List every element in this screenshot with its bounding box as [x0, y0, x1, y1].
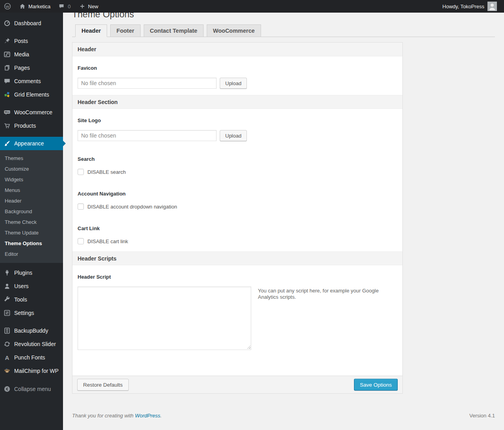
- sidebar-item-label: WooCommerce: [14, 109, 52, 115]
- sidebar-subitem-theme-check[interactable]: Theme Check: [0, 217, 63, 227]
- sidebar-item-label: Products: [14, 123, 36, 129]
- new-label: New: [88, 4, 98, 9]
- sidebar-subitem-theme-update[interactable]: Theme Update: [0, 227, 63, 238]
- sidebar-item-label: Settings: [14, 310, 34, 316]
- favicon-label: Favicon: [78, 65, 397, 71]
- header-script-label: Header Script: [78, 274, 397, 280]
- favicon-upload-button[interactable]: Upload: [220, 78, 247, 89]
- section-header-scripts: Header Scripts: [72, 251, 402, 265]
- header-script-field: Header Script You can put any script her…: [72, 265, 402, 376]
- svg-text:W: W: [6, 4, 9, 9]
- sidebar-item-grid-elements[interactable]: Grid Elements: [0, 88, 63, 101]
- version-label: Version 4.1: [469, 413, 495, 419]
- sidebar-item-users[interactable]: Users: [0, 279, 63, 293]
- tab-header[interactable]: Header: [75, 24, 107, 37]
- woocommerce-icon: Woo: [3, 108, 11, 116]
- sidebar-item-media[interactable]: Media: [0, 48, 63, 61]
- collapse-menu-button[interactable]: Collapse menu: [0, 382, 63, 396]
- section-header-section: Header Section: [72, 95, 402, 109]
- adminbar-new-menu[interactable]: New: [75, 0, 102, 13]
- disable-cart-link-checkbox[interactable]: [78, 238, 84, 244]
- dashboard-icon: [3, 19, 11, 27]
- account-navigation-field: Account Navigation DISABLE account dropd…: [72, 182, 402, 217]
- save-options-button[interactable]: Save Options: [354, 379, 398, 391]
- site-name-label: Marketica: [28, 4, 50, 9]
- adminbar-my-account[interactable]: Howdy, TokoPress: [439, 0, 501, 13]
- site-logo-file-input[interactable]: [78, 130, 217, 141]
- sidebar-subitem-themes[interactable]: Themes: [0, 153, 63, 164]
- disable-account-nav-checkbox[interactable]: [78, 203, 84, 210]
- adminbar-comments[interactable]: 0: [54, 0, 74, 13]
- footer-thanks-period: .: [160, 413, 162, 419]
- cart-link-field: Cart Link DISABLE cart link: [72, 217, 402, 251]
- sidebar-item-comments[interactable]: Comments: [0, 74, 63, 88]
- sidebar-item-dashboard[interactable]: Dashboard: [0, 17, 63, 30]
- admin-bar: W Marketica 0 New Howdy, TokoPress: [0, 0, 504, 13]
- wordpress-logo-menu[interactable]: W: [0, 0, 15, 13]
- svg-text:Woo: Woo: [5, 111, 9, 113]
- sidebar-item-label: Revolution Slider: [14, 341, 56, 347]
- sidebar-item-pages[interactable]: Pages: [0, 61, 63, 74]
- letter-a-icon: A: [3, 354, 11, 361]
- disable-search-checkbox[interactable]: [78, 169, 84, 175]
- sidebar-item-label: Users: [14, 283, 29, 289]
- plug-icon: [3, 269, 11, 277]
- sidebar-subitem-menus[interactable]: Menus: [0, 185, 63, 195]
- restore-defaults-button[interactable]: Restore Defaults: [77, 379, 129, 391]
- sidebar-item-label: Posts: [14, 38, 28, 44]
- comment-icon: [3, 77, 11, 85]
- disable-cart-link-label[interactable]: DISABLE cart link: [87, 238, 128, 244]
- section-header: Header: [72, 43, 402, 56]
- sidebar-item-label: Plugins: [14, 270, 32, 276]
- tab-woocommerce[interactable]: WooCommerce: [207, 24, 261, 37]
- admin-bar-right: Howdy, TokoPress: [439, 0, 504, 13]
- page-footer: Thank you for creating with WordPress. V…: [72, 413, 495, 419]
- sidebar-item-woocommerce[interactable]: Woo WooCommerce: [0, 106, 63, 119]
- header-script-textarea[interactable]: [78, 287, 251, 350]
- sidebar-item-label: Pages: [14, 65, 30, 71]
- admin-bar-left: W Marketica 0 New: [0, 0, 102, 13]
- cart-link-label: Cart Link: [78, 225, 397, 231]
- tab-contact-template[interactable]: Contact Template: [144, 24, 204, 37]
- media-icon: [3, 50, 11, 58]
- sidebar-item-plugins[interactable]: Plugins: [0, 266, 63, 279]
- sidebar-item-label: Dashboard: [14, 20, 41, 26]
- sidebar-subitem-theme-options[interactable]: Theme Options: [0, 238, 63, 249]
- sidebar-subitem-widgets[interactable]: Widgets: [0, 174, 63, 185]
- backup-icon: [3, 327, 11, 335]
- sidebar-item-label: Punch Fonts: [14, 354, 45, 361]
- sidebar-subitem-editor[interactable]: Editor: [0, 249, 63, 259]
- sidebar-item-posts[interactable]: Posts: [0, 34, 63, 48]
- pages-icon: [3, 64, 11, 72]
- sidebar-subitem-header[interactable]: Header: [0, 195, 63, 206]
- sidebar-item-settings[interactable]: Settings: [0, 306, 63, 320]
- sidebar-item-backupbuddy[interactable]: BackupBuddy: [0, 324, 63, 337]
- sidebar-item-mailchimp[interactable]: MailChimp for WP: [0, 364, 63, 378]
- footer-thanks-prefix: Thank you for creating with: [72, 413, 135, 419]
- search-label: Search: [78, 156, 397, 162]
- sidebar-item-label: Media: [14, 51, 29, 58]
- grid-elements-icon: [3, 91, 11, 99]
- plus-icon: [79, 3, 86, 10]
- sidebar-subitem-background[interactable]: Background: [0, 206, 63, 217]
- sidebar-item-tools[interactable]: Tools: [0, 293, 63, 306]
- site-logo-upload-button[interactable]: Upload: [220, 130, 247, 141]
- tab-footer[interactable]: Footer: [110, 24, 141, 37]
- panel-footer: Restore Defaults Save Options: [72, 376, 402, 393]
- disable-account-nav-label[interactable]: DISABLE account dropdown navigation: [87, 204, 177, 210]
- section-header-section-title: Header Section: [78, 99, 118, 105]
- wordpress-link[interactable]: WordPress: [135, 413, 160, 419]
- sidebar-item-appearance[interactable]: Appearance: [0, 137, 63, 150]
- sidebar-item-revolution-slider[interactable]: Revolution Slider: [0, 337, 63, 351]
- paintbrush-icon: [3, 140, 11, 147]
- site-name-menu[interactable]: Marketica: [15, 0, 54, 13]
- sidebar-item-label: Tools: [14, 296, 27, 303]
- collapse-menu-label: Collapse menu: [14, 386, 51, 392]
- sidebar-item-punch-fonts[interactable]: A Punch Fonts: [0, 351, 63, 364]
- favicon-file-input[interactable]: [78, 78, 217, 89]
- monkey-icon: [3, 367, 11, 375]
- sidebar-subitem-customize[interactable]: Customize: [0, 164, 63, 174]
- disable-search-label[interactable]: DISABLE search: [87, 169, 126, 175]
- sidebar-item-products[interactable]: Products: [0, 119, 63, 132]
- howdy-label: Howdy, TokoPress: [443, 4, 484, 9]
